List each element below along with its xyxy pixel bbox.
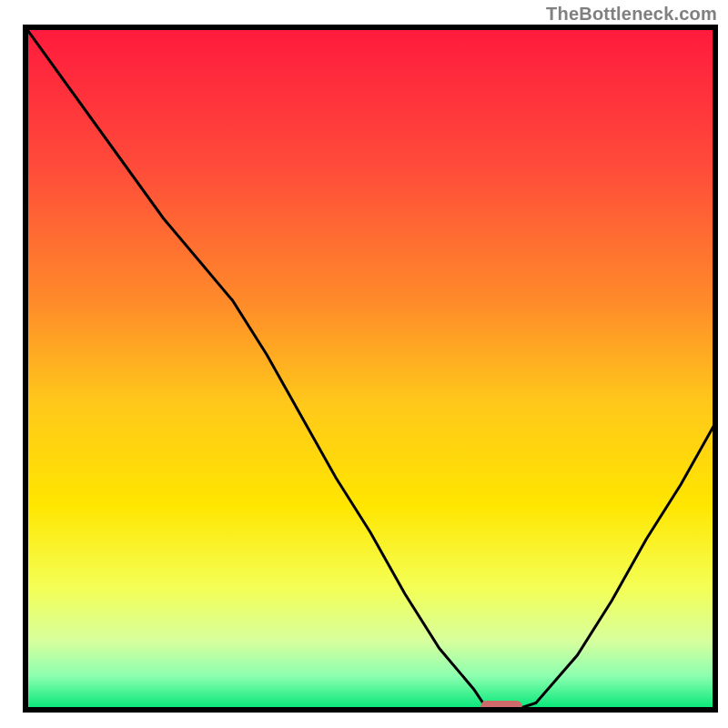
watermark-text: TheBottleneck.com: [546, 4, 717, 25]
bottleneck-curve-chart: [0, 0, 728, 728]
chart-container: TheBottleneck.com: [0, 0, 728, 728]
gradient-background: [25, 27, 715, 710]
